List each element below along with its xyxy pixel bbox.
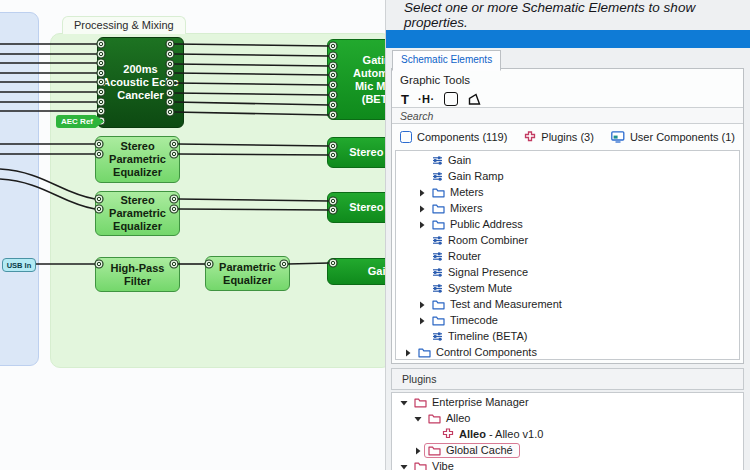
folder-icon bbox=[432, 315, 445, 326]
tree-item[interactable]: Gain Ramp bbox=[396, 169, 739, 185]
plugins-section-header[interactable]: Plugins bbox=[391, 368, 744, 390]
tree-item-label: Control Components bbox=[436, 346, 537, 358]
properties-panel: Select one or more Schematic Elements to… bbox=[385, 0, 750, 470]
tree-item[interactable]: Gain bbox=[396, 153, 739, 169]
wires-layer bbox=[0, 0, 385, 470]
tab-components-label: Components (119) bbox=[417, 131, 507, 143]
tree-item-label: Alleo bbox=[446, 412, 470, 424]
folder-icon bbox=[428, 413, 441, 424]
tree-item-label: Test and Measurement bbox=[450, 298, 562, 310]
tree-item[interactable]: Timecode bbox=[396, 313, 739, 329]
folder-icon bbox=[428, 445, 441, 456]
folder-icon bbox=[414, 397, 427, 408]
tab-schematic-elements[interactable]: Schematic Elements bbox=[392, 50, 501, 71]
tree-item-label: Timecode bbox=[450, 314, 498, 326]
plugins-icon bbox=[524, 131, 536, 143]
tree-item[interactable]: Timeline (BETA) bbox=[396, 329, 739, 345]
tree-item-label: Gain bbox=[448, 154, 471, 166]
selection-hint-text: Select one or more Schematic Elements to… bbox=[386, 0, 750, 30]
chevron-right-icon[interactable] bbox=[418, 317, 426, 325]
library-tabs: Components (119) Plugins (3) User Compon… bbox=[392, 124, 743, 150]
usb-in-tag[interactable]: USB In bbox=[2, 258, 36, 272]
schematic-canvas[interactable]: Processing & Mixing 200ms Acoustic Echo … bbox=[0, 0, 385, 470]
tree-item-label: Room Combiner bbox=[448, 234, 528, 246]
text-tool-icon[interactable]: T bbox=[401, 92, 409, 107]
tab-components[interactable]: Components (119) bbox=[400, 131, 507, 143]
chevron-right-icon[interactable] bbox=[418, 189, 426, 197]
component-icon bbox=[432, 331, 443, 342]
chevron-right-icon[interactable] bbox=[404, 349, 412, 357]
search-input[interactable]: Search bbox=[392, 107, 743, 124]
user-components-icon bbox=[611, 131, 625, 143]
chevron-right-icon[interactable] bbox=[418, 301, 426, 309]
component-icon bbox=[432, 155, 443, 166]
folder-icon bbox=[432, 219, 445, 230]
tree-item-label: System Mute bbox=[448, 282, 512, 294]
folder-icon bbox=[432, 203, 445, 214]
plugins-header-label: Plugins bbox=[392, 373, 436, 385]
folder-icon bbox=[432, 299, 445, 310]
tab-plugins[interactable]: Plugins (3) bbox=[524, 131, 594, 143]
tree-item[interactable]: Mixers bbox=[396, 201, 739, 217]
tree-item-label: Signal Presence bbox=[448, 266, 528, 278]
folder-icon bbox=[414, 461, 427, 470]
tree-item[interactable]: System Mute bbox=[396, 281, 739, 297]
graphic-tools-label: Graphic Tools bbox=[400, 74, 470, 86]
folder-icon bbox=[418, 347, 431, 358]
components-tree: GainGain RampMetersMixersPublic AddressR… bbox=[395, 150, 740, 360]
tree-item-label: Vibe bbox=[432, 460, 454, 470]
component-icon bbox=[432, 251, 443, 262]
component-icon bbox=[432, 267, 443, 278]
component-icon bbox=[432, 171, 443, 182]
tree-item[interactable]: Control Components bbox=[396, 345, 739, 360]
wire-node-tool-icon[interactable]: ·H· bbox=[418, 93, 435, 105]
tree-item[interactable]: Meters bbox=[396, 185, 739, 201]
tree-item[interactable]: Router bbox=[396, 249, 739, 265]
tree-item-label: Mixers bbox=[450, 202, 482, 214]
tree-item-label: Router bbox=[448, 250, 481, 262]
tree-item-label: Gain Ramp bbox=[448, 170, 504, 182]
chevron-down-icon[interactable] bbox=[414, 415, 422, 423]
polygon-tool-icon[interactable] bbox=[467, 92, 482, 106]
tree-item[interactable]: Public Address bbox=[396, 217, 739, 233]
tab-plugins-label: Plugins (3) bbox=[541, 131, 594, 143]
tree-item[interactable]: Alleo bbox=[392, 411, 743, 427]
plugin-icon bbox=[442, 428, 454, 440]
rectangle-tool-icon[interactable] bbox=[444, 92, 458, 106]
tree-item[interactable]: Global Caché bbox=[392, 443, 743, 459]
aec-ref-tag[interactable]: AEC Ref bbox=[56, 115, 104, 128]
tree-item-label: Global Caché bbox=[446, 444, 513, 456]
tree-item-label: Alleo - Alleo v1.0 bbox=[459, 428, 543, 440]
tree-item[interactable]: Test and Measurement bbox=[396, 297, 739, 313]
components-icon bbox=[400, 131, 412, 143]
tree-item[interactable]: Alleo - Alleo v1.0 bbox=[392, 427, 743, 443]
tree-item-label: Enterprise Manager bbox=[432, 396, 529, 408]
selection-hint-bar: Select one or more Schematic Elements to… bbox=[386, 0, 750, 30]
tree-item-label: Meters bbox=[450, 186, 484, 198]
panel-title-bar bbox=[386, 30, 750, 48]
chevron-right-icon[interactable] bbox=[418, 205, 426, 213]
chevron-right-icon[interactable] bbox=[418, 221, 426, 229]
tree-item[interactable]: Enterprise Manager bbox=[392, 395, 743, 411]
tree-item[interactable]: Signal Presence bbox=[396, 265, 739, 281]
chevron-right-icon[interactable] bbox=[414, 447, 422, 455]
folder-icon bbox=[432, 187, 445, 198]
schematic-elements-section: Graphic Tools T ·H· Search Components (1… bbox=[391, 68, 744, 364]
tree-item[interactable]: Vibe bbox=[392, 459, 743, 470]
tree-item-label: Timeline (BETA) bbox=[448, 330, 527, 342]
chevron-down-icon[interactable] bbox=[400, 399, 408, 407]
plugins-tree: Enterprise ManagerAlleoAlleo - Alleo v1.… bbox=[391, 392, 744, 470]
graphic-tools-row: T ·H· bbox=[401, 91, 482, 107]
tree-item[interactable]: Room Combiner bbox=[396, 233, 739, 249]
tab-user-components-label: User Components (1) bbox=[630, 131, 735, 143]
tree-item-label: Public Address bbox=[450, 218, 523, 230]
component-icon bbox=[432, 283, 443, 294]
component-icon bbox=[432, 235, 443, 246]
chevron-down-icon[interactable] bbox=[400, 463, 408, 470]
tab-user-components[interactable]: User Components (1) bbox=[611, 131, 735, 143]
search-placeholder: Search bbox=[392, 110, 433, 122]
